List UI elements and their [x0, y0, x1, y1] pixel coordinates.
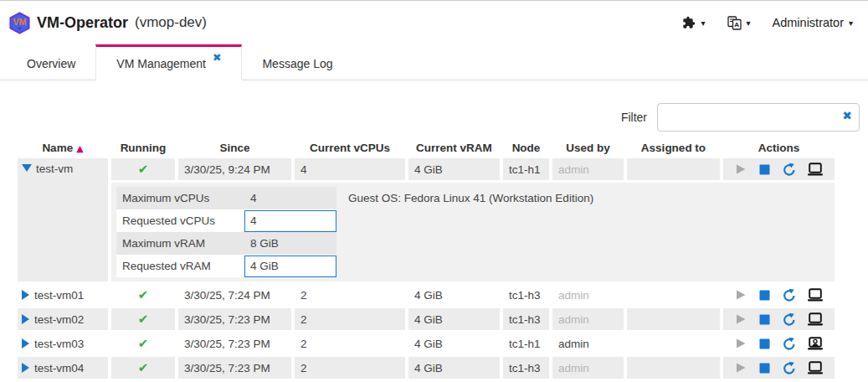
column-header-node[interactable]: Node	[503, 139, 549, 156]
expand-row-icon[interactable]	[22, 314, 29, 324]
extensions-menu-button[interactable]: ▾	[682, 16, 705, 29]
reset-vm-button[interactable]	[782, 312, 796, 327]
open-console-button[interactable]	[807, 312, 824, 326]
filter-label: Filter	[621, 111, 647, 124]
expanded-detail-row: Maximum vCPUs 4 Requested vCPUs Maximum …	[18, 183, 835, 281]
stop-vm-button[interactable]	[758, 289, 771, 302]
stop-vm-button[interactable]	[758, 362, 771, 374]
guest-os-info: Guest OS: Fedora Linux 41 (Workstation E…	[348, 192, 593, 204]
reset-vm-button[interactable]	[782, 288, 796, 302]
console-monitor-icon	[807, 312, 824, 326]
console-monitor-icon	[807, 288, 824, 302]
vm-name: test-vm04	[34, 362, 84, 374]
tab-message-log[interactable]: Message Log	[242, 44, 352, 80]
current-vcpus-cell: 2	[295, 308, 405, 330]
current-vcpus-cell: 2	[295, 333, 405, 354]
used-by-cell: admin	[552, 357, 624, 379]
open-console-button[interactable]	[807, 163, 824, 176]
column-header-current-vcpus[interactable]: Current vCPUs	[295, 139, 405, 156]
vm-name-cell: test-vm04	[18, 357, 108, 379]
expand-row-icon[interactable]	[22, 363, 29, 373]
field-label: Maximum vCPUs	[116, 187, 244, 209]
running-cell: ✔	[111, 333, 175, 354]
used-by-cell: admin	[552, 158, 624, 180]
expand-row-icon[interactable]	[22, 338, 29, 348]
app-title: VM-Operator	[37, 14, 128, 32]
svg-text:A: A	[734, 21, 739, 28]
reset-vm-button[interactable]	[782, 163, 796, 177]
reset-icon	[782, 163, 796, 177]
vm-name-cell: test-vm03	[18, 333, 108, 354]
column-header-name[interactable]: Name▲	[18, 139, 108, 156]
stop-vm-button[interactable]	[758, 163, 771, 176]
table-row: test-vm02 ✔ 3/30/25, 7:23 PM 2 4 GiB tc1…	[18, 308, 835, 330]
running-cell: ✔	[111, 284, 175, 306]
user-menu-label: Administrator	[773, 16, 844, 29]
running-cell: ✔	[111, 308, 175, 330]
requested-vram-input[interactable]	[244, 256, 336, 277]
stop-vm-button[interactable]	[758, 313, 771, 326]
vm-name-cell: test-vm	[18, 158, 108, 281]
field-label: Requested vCPUs	[116, 209, 244, 232]
open-console-button[interactable]	[807, 288, 824, 302]
start-vm-button[interactable]	[734, 361, 747, 374]
since-cell: 3/30/25, 7:23 PM	[178, 308, 291, 330]
console-monitor-icon	[807, 361, 824, 374]
current-vram-cell: 4 GiB	[408, 284, 500, 306]
sort-ascending-icon: ▲	[76, 143, 83, 154]
column-header-used-by[interactable]: Used by	[552, 139, 624, 156]
requested-vcpus-input[interactable]	[244, 210, 336, 232]
filter-box: ✖	[657, 103, 860, 132]
running-check-icon: ✔	[138, 336, 149, 351]
vm-name-cell: test-vm02	[18, 308, 108, 330]
play-icon	[734, 312, 747, 326]
title-bar: VM VM-Operator (vmop-dev) ▾ A ▾ Administ…	[0, 1, 868, 44]
stop-icon	[758, 338, 771, 350]
vm-name: test-vm03	[34, 338, 84, 350]
collapse-row-icon[interactable]	[22, 164, 32, 172]
column-header-assigned-to[interactable]: Assigned to	[627, 139, 720, 156]
start-vm-button[interactable]	[734, 312, 747, 326]
language-menu-button[interactable]: A ▾	[727, 16, 751, 30]
detail-field-row: Requested vRAM	[116, 255, 336, 277]
assigned-to-cell	[627, 158, 720, 180]
reset-vm-button[interactable]	[782, 337, 796, 351]
filter-input[interactable]	[657, 103, 860, 132]
actions-cell	[723, 308, 835, 330]
stop-vm-button[interactable]	[758, 338, 771, 350]
column-header-current-vram[interactable]: Current vRAM	[408, 139, 500, 156]
open-console-button[interactable]	[807, 361, 824, 374]
start-vm-button[interactable]	[734, 163, 747, 176]
filter-row: Filter ✖	[0, 103, 860, 132]
column-header-since[interactable]: Since	[178, 139, 291, 156]
expand-row-icon[interactable]	[22, 290, 29, 300]
user-menu-button[interactable]: Administrator ▾	[773, 16, 853, 29]
maximum-vram-value: 8 GiB	[244, 232, 336, 255]
node-cell: tc1-h1	[503, 158, 549, 180]
column-header-running[interactable]: Running	[111, 139, 175, 156]
running-cell: ✔	[111, 357, 175, 379]
clear-filter-icon[interactable]: ✖	[842, 110, 852, 121]
open-console-button[interactable]	[807, 337, 824, 350]
translate-icon: A	[727, 16, 742, 30]
tab-overview[interactable]: Overview	[7, 44, 95, 80]
maximum-vcpus-value: 4	[244, 187, 336, 209]
play-icon	[734, 163, 747, 176]
current-vram-cell: 4 GiB	[408, 308, 500, 330]
close-icon[interactable]: ✖	[213, 51, 221, 64]
caret-down-icon: ▾	[747, 18, 751, 28]
tab-vm-management[interactable]: VM Management ✖	[95, 44, 242, 80]
running-check-icon: ✔	[138, 287, 149, 302]
node-cell: tc1-h1	[503, 333, 549, 354]
reset-vm-button[interactable]	[782, 361, 796, 375]
console-monitor-icon	[807, 163, 824, 176]
field-label: Requested vRAM	[116, 255, 244, 277]
running-check-icon: ✔	[138, 312, 149, 327]
table-row: test-vm ✔ 3/30/25, 9:24 PM 4 4 GiB tc1-h…	[18, 158, 835, 180]
assigned-to-cell	[627, 308, 720, 330]
table-header-row: Name▲ Running Since Current vCPUs Curren…	[18, 139, 835, 156]
since-cell: 3/30/25, 7:23 PM	[178, 357, 291, 379]
start-vm-button[interactable]	[734, 288, 747, 302]
puzzle-piece-icon	[682, 16, 696, 29]
start-vm-button[interactable]	[734, 337, 747, 350]
